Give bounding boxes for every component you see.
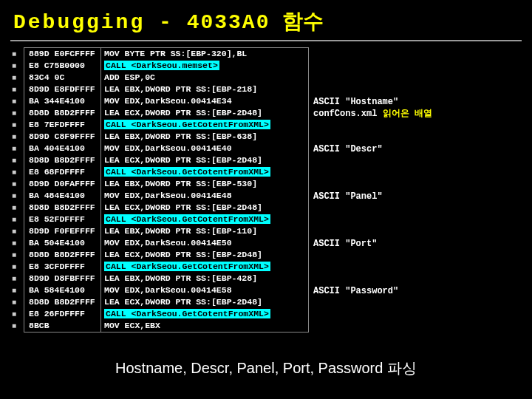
bullet-icon: ■ [9, 132, 19, 143]
bullet-icon: ■ [9, 179, 19, 191]
annotation-row: ASCII "Descr" [313, 143, 432, 155]
bullet-icon: ■ [9, 191, 19, 202]
call-highlight: CALL <DarkSeou.GetCotentFromXML> [104, 214, 270, 224]
title-kr: 함수 [270, 11, 324, 34]
hex-cell: 8D9D F0FEFFFF [24, 225, 101, 237]
asm-cell: CALL <DarkSeou.GetCotentFromXML> [101, 166, 308, 178]
disasm-row: 8D8D B8D2FFFFLEA ECX,DWORD PTR SS:[EBP-2… [24, 296, 308, 308]
annotation-row [313, 273, 432, 285]
disasm-row: 83C4 0CADD ESP,0C [24, 72, 308, 83]
bullet-icon: ■ [9, 61, 19, 72]
hex-cell: E8 26FDFFFF [24, 308, 101, 320]
asm-cell: MOV EDX,DarkSeou.00414E58 [101, 284, 308, 296]
disasm-row: BA 484E4100MOV EDX,DarkSeou.00414E48 [24, 190, 308, 202]
bullet-icon: ■ [9, 155, 19, 167]
hex-cell: BA 484E4100 [24, 190, 101, 202]
annotation-row [313, 155, 432, 167]
hex-cell: BA 584E4100 [24, 284, 101, 296]
disasm-row: 8D9D E8FDFFFFLEA EBX,DWORD PTR SS:[EBP-2… [24, 83, 308, 95]
disasm-row: BA 584E4100MOV EDX,DarkSeou.00414E58 [24, 284, 308, 296]
annotation-white: ASCII "Descr" [313, 144, 383, 154]
asm-cell: LEA ECX,DWORD PTR SS:[EBP-2D48] [101, 154, 308, 166]
bullet-icon: ■ [9, 297, 19, 309]
annotation-row: confCons.xml 읽어온 배열 [313, 108, 432, 120]
asm-cell: MOV ECX,EBX [101, 320, 308, 332]
asm-cell: LEA EBX,DWORD PTR SS:[EBP-218] [101, 83, 308, 95]
annotation-row [313, 202, 432, 214]
bullet-icon: ■ [9, 262, 19, 273]
disasm-row: 8D9D D0FAFFFFLEA EBX,DWORD PTR SS:[EBP-5… [24, 178, 308, 190]
divider [10, 40, 522, 41]
asm-cell: LEA EBX,DWORD PTR SS:[EBP-428] [101, 273, 308, 284]
disasm-row: BA 504E4100MOV EDX,DarkSeou.00414E50 [24, 237, 308, 249]
disasm-row: E8 3CFDFFFFCALL <DarkSeou.GetCotentFromX… [24, 261, 308, 273]
call-highlight: CALL <DarkSeou.GetCotentFromXML> [104, 167, 270, 177]
annotation-row [313, 250, 432, 262]
bullet-icon: ■ [9, 96, 19, 108]
disasm-row: BA 344E4100MOV EDX,DarkSeou.00414E34 [24, 95, 308, 107]
annotation-row [313, 49, 432, 61]
bullet-icon: ■ [9, 108, 19, 120]
title-en: Debugging [13, 11, 145, 34]
asm-cell: MOV EDX,DarkSeou.00414E50 [101, 237, 308, 249]
hex-cell: 889D E0FCFFFF [24, 48, 101, 60]
page-title: Debugging - 4033A0 함수 [0, 0, 532, 40]
annotation-row [313, 120, 432, 132]
bullet-icon: ■ [9, 202, 19, 214]
bullet-icon: ■ [9, 120, 19, 132]
annotation-row: ASCII "Hostname" [313, 96, 432, 108]
annotation-row [313, 61, 432, 72]
disasm-row: E8 68FDFFFFCALL <DarkSeou.GetCotentFromX… [24, 166, 308, 178]
hex-cell: 8D9D E8FDFFFF [24, 83, 101, 95]
bullet-icon: ■ [9, 72, 19, 84]
call-highlight: CALL <DarkSeou.GetCotentFromXML> [104, 120, 270, 129]
hex-cell: 8D8D B8D2FFFF [24, 154, 101, 166]
disassembly-table: 889D E0FCFFFFMOV BYTE PTR SS:[EBP-320],B… [24, 47, 309, 332]
asm-cell: CALL <DarkSeou.GetCotentFromXML> [101, 214, 308, 225]
hex-cell: E8 52FDFFFF [24, 214, 101, 225]
disasm-row: BA 404E4100MOV EDX,DarkSeou.00414E40 [24, 143, 308, 154]
bullet-icon: ■ [9, 167, 19, 179]
annotation-row [313, 309, 432, 321]
annotation-row [313, 132, 432, 143]
disasm-row: 8D8D B8D2FFFFLEA ECX,DWORD PTR SS:[EBP-2… [24, 154, 308, 166]
disasm-row: E8 26FDFFFFCALL <DarkSeou.GetCotentFromX… [24, 308, 308, 320]
annotation-white: ASCII "Port" [313, 239, 377, 249]
annotation-row [313, 226, 432, 238]
hex-cell: E8 7EFDFFFF [24, 119, 101, 131]
disasm-row: 8D8D B8D2FFFFLEA ECX,DWORD PTR SS:[EBP-2… [24, 107, 308, 119]
asm-cell: LEA ECX,DWORD PTR SS:[EBP-2D48] [101, 107, 308, 119]
annotation-row [313, 214, 432, 226]
asm-cell: LEA ECX,DWORD PTR SS:[EBP-2D48] [101, 296, 308, 308]
disasm-row: 889D E0FCFFFFMOV BYTE PTR SS:[EBP-320],B… [24, 48, 308, 60]
asm-cell: LEA EBX,DWORD PTR SS:[EBP-638] [101, 131, 308, 143]
annotation-row [313, 321, 432, 332]
hex-cell: E8 68FDFFFF [24, 166, 101, 178]
disasm-row: 8D8D B8D2FFFFLEA ECX,DWORD PTR SS:[EBP-2… [24, 249, 308, 261]
annotation-white: ASCII "Panel" [313, 191, 383, 202]
content-area: ■■■■■■■■■■■■■■■■■■■■■■■■ 889D E0FCFFFFMO… [0, 47, 532, 332]
asm-cell: CALL <DarkSeou.GetCotentFromXML> [101, 308, 308, 320]
asm-cell: MOV BYTE PTR SS:[EBP-320],BL [101, 48, 308, 60]
asm-cell: ADD ESP,0C [101, 72, 308, 83]
disasm-row: 8D9D C8F9FFFFLEA EBX,DWORD PTR SS:[EBP-6… [24, 131, 308, 143]
call-highlight: CALL <DarkSeou.GetCotentFromXML> [104, 309, 270, 318]
bullet-icon: ■ [9, 273, 19, 285]
disasm-row: 8BCBMOV ECX,EBX [24, 320, 308, 332]
asm-cell: LEA EBX,DWORD PTR SS:[EBP-530] [101, 178, 308, 190]
annotation-row [313, 167, 432, 179]
hex-cell: 8D8D B8D2FFFF [24, 107, 101, 119]
asm-cell: CALL <DarkSeou.memset> [101, 60, 308, 72]
annotation-row [313, 297, 432, 309]
bullet-icon: ■ [9, 309, 19, 321]
hex-cell: 8D8D B8D2FFFF [24, 249, 101, 261]
annotation-row: ASCII "Panel" [313, 191, 432, 202]
title-sep: - [145, 11, 186, 34]
hex-cell: 8D8D B8D2FFFF [24, 202, 101, 214]
asm-cell: LEA ECX,DWORD PTR SS:[EBP-2D48] [101, 249, 308, 261]
hex-cell: 8D9D D0FAFFFF [24, 178, 101, 190]
disasm-row: E8 7EFDFFFFCALL <DarkSeou.GetCotentFromX… [24, 119, 308, 131]
bullet-icon: ■ [9, 285, 19, 297]
disasm-row: E8 52FDFFFFCALL <DarkSeou.GetCotentFromX… [24, 214, 308, 225]
call-highlight: CALL <DarkSeou.GetCotentFromXML> [104, 262, 270, 271]
